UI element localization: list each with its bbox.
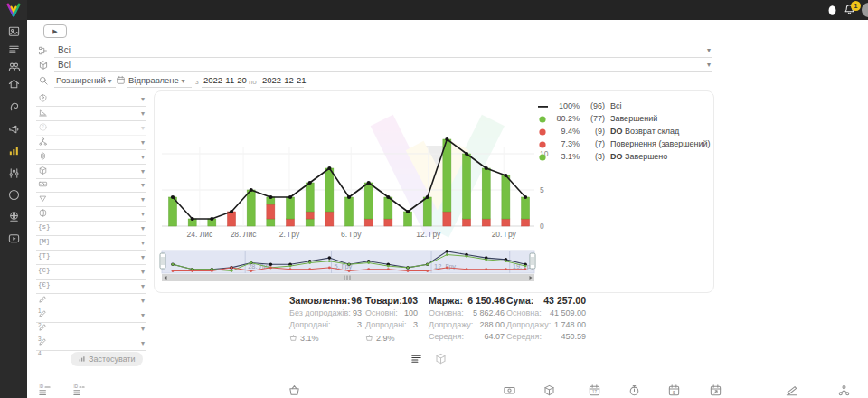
apply-button-label: Застосувати [89, 355, 136, 364]
sidebar-item-dashboard[interactable] [7, 24, 21, 38]
sidebar-item-automation[interactable] [7, 166, 21, 180]
token-icon: {C} [38, 266, 51, 274]
help-filter[interactable]: ?▾ [36, 122, 146, 136]
custom-field-2-filter[interactable]: 2▾ [36, 309, 146, 323]
product-view-toggle[interactable] [434, 352, 448, 366]
svg-text:20. Гру: 20. Гру [492, 230, 517, 239]
date-to-input[interactable]: 2022-12-21 [260, 75, 304, 88]
chevron-down-icon: ▾ [141, 181, 145, 189]
token-e-filter[interactable]: {Є}▾ [36, 280, 146, 294]
pick-icon [38, 93, 48, 103]
stat-value: 96 [351, 295, 362, 308]
funnel-filter[interactable]: ▾ [36, 194, 146, 207]
token-t-filter[interactable]: {T}▾ [36, 251, 146, 265]
chevron-down-icon: ▾ [141, 95, 145, 103]
stat-sub-value: 5 862.46 [473, 308, 505, 320]
chevron-down-icon: ▾ [141, 268, 145, 276]
sidebar-item-customers[interactable] [7, 60, 21, 73]
stat-sub-label: Допродані: [365, 320, 407, 332]
toolbar-export-calendar[interactable] [709, 384, 723, 398]
toolbar-orders-by-source[interactable]: ID [72, 384, 87, 398]
custom-field-4-filter[interactable]: 4▾ [36, 337, 146, 351]
stat-sub-label: Допродажу: [429, 320, 473, 332]
date-from-input[interactable]: 2022-11-20 [202, 75, 245, 88]
toolbar-affiliates[interactable] [837, 384, 852, 398]
stat-sub-label: Середня: [506, 332, 542, 344]
stat-sub-label: Основна: [429, 308, 464, 320]
sidebar-item-promotion[interactable] [7, 100, 21, 113]
svg-text:17: 17 [592, 390, 598, 394]
measure-filter[interactable]: ▾ [36, 108, 146, 121]
token-m-filter[interactable]: {M}▾ [36, 237, 146, 251]
apply-button[interactable]: Застосувати [71, 352, 143, 366]
funnel-select[interactable]: Всі ▾ [54, 44, 712, 58]
stats-column: Товари:103Основні:100Допродані:32.9% [365, 295, 418, 344]
legend-count: (77) [581, 114, 605, 123]
token-icon: {M} [38, 237, 51, 245]
chevron-down-icon: ▾ [141, 153, 145, 161]
protractor-icon [38, 108, 48, 118]
nav-scrollbar[interactable] [162, 274, 534, 281]
sidebar-item-analytics[interactable] [7, 144, 21, 157]
custom-field-1-filter[interactable]: 1▾ [36, 295, 146, 308]
token-c-filter[interactable]: {C}▾ [36, 266, 146, 280]
toolbar-payments[interactable] [503, 384, 517, 398]
custom-field-3-filter[interactable]: 3▾ [36, 323, 146, 336]
shop-filter[interactable]: ▾ [36, 93, 146, 107]
list-view-toggle[interactable] [410, 352, 424, 366]
stat-title: Товари: [365, 295, 402, 308]
chevron-down-icon: ▾ [141, 195, 145, 204]
token-s-filter[interactable]: {s}▾ [36, 223, 146, 236]
sidebar-item-info[interactable] [7, 188, 21, 202]
toolbar-processing-time[interactable] [627, 384, 642, 398]
legend-item[interactable]: 7.3%(7)Повернення (завершений) [538, 138, 710, 151]
play-chip-button[interactable]: ▶ [43, 24, 67, 38]
sidebar-item-partners[interactable] [7, 210, 21, 223]
sidebar-item-tutorials[interactable] [7, 232, 21, 245]
product-filter[interactable]: ▾ [36, 166, 146, 179]
legend-label: Завершений [610, 114, 657, 123]
svg-text:24. Лис: 24. Лис [187, 230, 214, 239]
mode-select[interactable]: Розширений ▾ [54, 75, 116, 88]
nav-handle-left[interactable] [160, 253, 165, 269]
token-icon: {Є} [38, 280, 51, 289]
sidebar-item-announcements[interactable] [7, 122, 21, 136]
legend-item[interactable]: 80.2%(77)Завершений [538, 113, 710, 126]
chevron-down-icon: ▾ [141, 253, 145, 261]
id-badge-filter[interactable]: ▾ [36, 151, 146, 165]
sidebar-item-warehouse[interactable] [7, 77, 21, 90]
legend-pct: 7.3% [551, 139, 580, 148]
date-to-value: 2022-12-21 [262, 75, 307, 85]
legend-item[interactable]: 100%(96)Всі [538, 100, 710, 113]
chevron-down-icon: ▾ [141, 339, 145, 347]
user-avatar-icon[interactable] [826, 4, 839, 17]
basket-icon [289, 334, 297, 342]
toolbar-basket[interactable] [288, 384, 302, 398]
legend-label: DO Завершено [610, 152, 667, 161]
notification-badge[interactable]: 1 [851, 1, 861, 11]
stat-sub-label: Без допродажів: [289, 308, 351, 320]
date-type-select[interactable]: Відправлене ▾ [127, 75, 192, 88]
chevron-down-icon: ▾ [141, 239, 145, 247]
legend-line-marker [538, 103, 549, 110]
payment-filter[interactable]: ▾ [36, 179, 146, 193]
chevron-down-icon: ▾ [141, 138, 145, 147]
toolbar-measurements[interactable] [785, 384, 799, 398]
stat-value: 6 150.46 [467, 295, 505, 308]
app-logo[interactable] [5, 2, 23, 18]
toolbar-products[interactable] [542, 384, 557, 398]
chevron-down-icon: ▾ [182, 77, 185, 85]
structure-filter[interactable]: ▾ [36, 137, 146, 150]
svg-text:ID: ID [73, 384, 78, 389]
region-filter[interactable]: ▾ [36, 208, 146, 222]
legend-item[interactable]: 3.1%(3)DO Завершено [538, 151, 710, 164]
legend-item[interactable]: 9.4%(9)DO Возврат склад [538, 126, 710, 138]
toolbar-payment-calendar[interactable]: $ [667, 384, 682, 398]
sidebar-item-orders[interactable] [7, 43, 21, 56]
toolbar-calendar-period[interactable]: 17 [588, 384, 602, 398]
filtertri-icon [38, 194, 48, 204]
product-select[interactable]: Всі ▾ [54, 59, 712, 72]
stats-column: Замовлення:96Без допродажів:93Допродані:… [289, 295, 362, 344]
toolbar-orders-by-id[interactable]: ID [38, 384, 52, 398]
nav-handle-right[interactable] [530, 253, 535, 269]
